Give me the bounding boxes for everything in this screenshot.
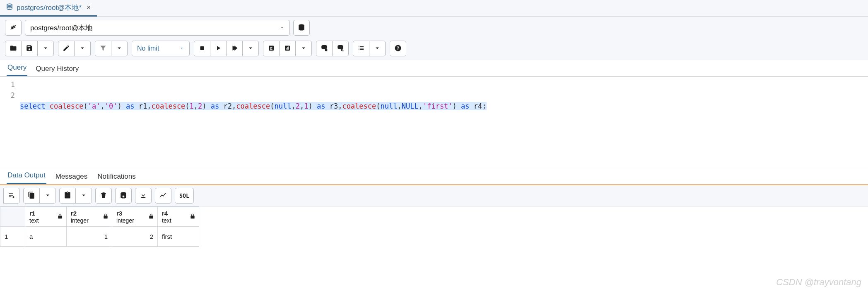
- add-row-icon: [8, 192, 15, 200]
- lock-icon: [148, 213, 154, 220]
- add-row-button[interactable]: [3, 188, 20, 204]
- macros-button[interactable]: [353, 41, 369, 56]
- save-data-button[interactable]: [115, 188, 132, 204]
- paste-dropdown-button[interactable]: [76, 188, 92, 204]
- save-button[interactable]: [22, 41, 38, 56]
- tab-messages[interactable]: Messages: [55, 169, 88, 184]
- chevron-down-icon: [44, 192, 51, 200]
- explain-button[interactable]: E: [263, 41, 280, 56]
- row-limit-value: No limit: [137, 45, 159, 52]
- save-icon: [26, 44, 33, 53]
- column-header[interactable]: r1text: [25, 207, 67, 227]
- explain-analyze-button[interactable]: [280, 41, 296, 56]
- sql-view-button[interactable]: SQL: [175, 188, 194, 204]
- svg-rect-4: [286, 48, 287, 50]
- commit-button[interactable]: [316, 41, 333, 56]
- chevron-down-icon: [247, 44, 254, 53]
- pencil-icon: [63, 44, 70, 53]
- open-file-button[interactable]: [5, 41, 22, 56]
- tab-query[interactable]: Query: [7, 60, 27, 76]
- file-tab-title: postgres/root@本地*: [17, 3, 82, 12]
- list-icon: [357, 44, 365, 53]
- execute-dropdown-button[interactable]: [243, 41, 259, 56]
- chevron-down-icon: [116, 44, 123, 53]
- execute-script-button[interactable]: [227, 41, 243, 56]
- download-button[interactable]: [135, 188, 152, 204]
- macros-dropdown-button[interactable]: [369, 41, 386, 56]
- connection-select[interactable]: postgres/root@本地: [25, 20, 290, 36]
- folder-icon: [10, 44, 17, 53]
- filter-button[interactable]: [95, 41, 111, 56]
- chevron-down-icon: [42, 44, 49, 53]
- column-type: text: [29, 217, 39, 224]
- editor-code[interactable]: select coalesce('a','0') as r1,coalesce(…: [20, 77, 868, 168]
- column-header[interactable]: r3integer: [112, 207, 158, 227]
- execute-button[interactable]: [210, 41, 227, 56]
- svg-rect-6: [288, 46, 289, 50]
- table-row[interactable]: 1a12first: [0, 227, 199, 247]
- chevron-down-icon: [300, 44, 307, 53]
- rollback-button[interactable]: [333, 41, 349, 56]
- rollback-icon: [337, 44, 344, 53]
- sql-label: SQL: [179, 193, 189, 199]
- result-grid: r1textr2integerr3integerr4text 1a12first: [0, 206, 199, 247]
- edit-dropdown-button[interactable]: [75, 41, 91, 56]
- close-icon[interactable]: ×: [85, 3, 91, 12]
- column-type: integer: [116, 217, 134, 224]
- filter-dropdown-button[interactable]: [111, 41, 128, 56]
- tab-data-output[interactable]: Data Output: [7, 168, 46, 184]
- save-dropdown-button[interactable]: [38, 41, 54, 56]
- help-icon: ?: [394, 44, 402, 53]
- download-icon: [140, 192, 147, 200]
- play-icon: [215, 44, 222, 53]
- lock-icon: [57, 213, 63, 220]
- file-tab-bar: postgres/root@本地* ×: [0, 0, 868, 17]
- lock-icon: [103, 213, 108, 220]
- header-row: r1textr2integerr3integerr4text: [0, 207, 199, 227]
- output-toolbar: SQL: [0, 184, 868, 206]
- sql-editor[interactable]: 1 2 select coalesce('a','0') as r1,coale…: [0, 77, 868, 168]
- query-tab-bar: Query Query History: [0, 60, 868, 77]
- paste-button[interactable]: [59, 188, 76, 204]
- column-name: r2: [71, 210, 108, 217]
- row-limit-select[interactable]: No limit: [132, 41, 190, 56]
- column-header[interactable]: r4text: [158, 207, 199, 227]
- help-button[interactable]: ?: [390, 41, 406, 56]
- edit-button[interactable]: [58, 41, 75, 56]
- svg-rect-5: [287, 47, 288, 49]
- play-script-icon: [231, 44, 238, 53]
- cell[interactable]: 2: [112, 227, 158, 247]
- delete-row-button[interactable]: [95, 188, 112, 204]
- column-header[interactable]: r2integer: [67, 207, 112, 227]
- graph-button[interactable]: [155, 188, 171, 204]
- server-button[interactable]: [293, 20, 310, 36]
- cell[interactable]: a: [25, 227, 67, 247]
- commit-icon: [321, 44, 328, 53]
- editor-gutter: 1 2: [0, 77, 20, 168]
- explain-icon: E: [268, 44, 275, 53]
- save-data-icon: [120, 192, 127, 200]
- main-toolbar: No limit E: [0, 39, 868, 60]
- cell[interactable]: 1: [67, 227, 112, 247]
- copy-dropdown-button[interactable]: [40, 188, 56, 204]
- stop-button[interactable]: [194, 41, 210, 56]
- connection-bar: postgres/root@本地: [0, 17, 868, 39]
- copy-button[interactable]: [23, 188, 40, 204]
- svg-text:?: ?: [397, 45, 399, 50]
- output-tab-bar: Data Output Messages Notifications: [0, 168, 868, 184]
- clipboard-icon: [64, 192, 71, 200]
- explain-dropdown-button[interactable]: [296, 41, 312, 56]
- line-chart-icon: [159, 192, 167, 200]
- copy-icon: [28, 192, 35, 200]
- row-number[interactable]: 1: [0, 227, 25, 247]
- tab-query-history[interactable]: Query History: [35, 61, 80, 76]
- chevron-down-icon: [179, 45, 184, 52]
- file-tab[interactable]: postgres/root@本地* ×: [0, 0, 97, 17]
- tab-notifications[interactable]: Notifications: [96, 169, 137, 184]
- svg-text:E: E: [270, 46, 272, 50]
- connection-status-button[interactable]: [5, 20, 22, 36]
- database-icon: [6, 3, 13, 12]
- column-name: r3: [116, 210, 153, 217]
- cell[interactable]: first: [158, 227, 199, 247]
- rownum-header[interactable]: [0, 207, 25, 227]
